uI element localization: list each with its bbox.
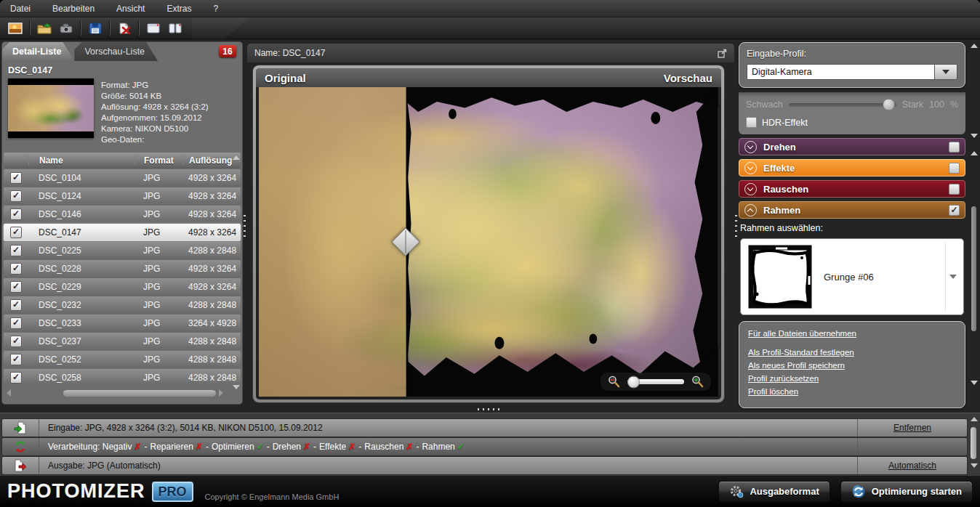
original-label: Original bbox=[265, 72, 306, 84]
section-checkbox[interactable] bbox=[949, 184, 960, 195]
reset-profile-link[interactable]: Profil zurücksetzen bbox=[748, 374, 956, 383]
tab-detail-liste[interactable]: Detail-Liste bbox=[2, 42, 74, 61]
right-scrollbar[interactable] bbox=[969, 42, 979, 404]
scroll-up-arrow-icon[interactable] bbox=[233, 155, 240, 160]
table-row[interactable]: ✓DSC_0258JPG4288 x 2848 bbox=[4, 369, 241, 386]
open-image-icon bbox=[8, 23, 23, 34]
vorschau-label: Vorschau bbox=[664, 72, 712, 84]
zoom-slider[interactable] bbox=[627, 379, 684, 384]
section-effekte[interactable]: Effekte bbox=[739, 159, 965, 177]
save-button[interactable] bbox=[84, 20, 106, 37]
section-drehen[interactable]: Drehen bbox=[739, 138, 965, 155]
row-checkbox[interactable]: ✓ bbox=[10, 336, 22, 347]
scroll-up-arrow-icon[interactable] bbox=[971, 417, 978, 421]
row-checkbox[interactable]: ✓ bbox=[10, 354, 22, 365]
input-profile-select[interactable]: Digital-Kamera bbox=[747, 64, 957, 80]
set-profile-default-link[interactable]: Als Profil-Standard festlegen bbox=[748, 348, 956, 357]
section-checkbox[interactable] bbox=[949, 142, 960, 153]
strength-slider-handle[interactable] bbox=[883, 99, 895, 111]
row-checkbox[interactable]: ✓ bbox=[10, 208, 22, 220]
table-row[interactable]: ✓DSC_0229JPG4928 x 3264 bbox=[4, 278, 241, 296]
column-header-name[interactable]: Name bbox=[28, 155, 134, 166]
scroll-up-arrow-icon[interactable] bbox=[971, 44, 978, 48]
scroll-up-arrow-icon[interactable] bbox=[971, 151, 978, 155]
popout-icon[interactable] bbox=[718, 49, 727, 58]
section-checkbox[interactable] bbox=[949, 163, 960, 174]
table-row[interactable]: ✓DSC_0237JPG4288 x 2848 bbox=[4, 333, 241, 350]
table-row[interactable]: ✓DSC_0104JPG4928 x 3264 bbox=[4, 169, 241, 187]
layout-split-button[interactable] bbox=[164, 20, 186, 37]
row-checkbox[interactable]: ✓ bbox=[10, 263, 22, 275]
layout-single-button[interactable] bbox=[142, 20, 164, 37]
menu-datei[interactable]: Datei bbox=[10, 4, 31, 14]
frame-selector[interactable]: Grunge #06 bbox=[740, 238, 964, 315]
save-new-profile-link[interactable]: Als neues Profil speichern bbox=[748, 361, 956, 370]
horizontal-scrollbar[interactable] bbox=[7, 389, 238, 397]
scroll-right-arrow-icon[interactable] bbox=[219, 389, 223, 397]
table-row[interactable]: ✓DSC_0228JPG4928 x 3264 bbox=[4, 260, 241, 277]
scroll-down-arrow-icon[interactable] bbox=[971, 463, 978, 468]
row-checkbox[interactable]: ✓ bbox=[10, 317, 22, 329]
strength-max-label: Stark bbox=[902, 100, 923, 110]
scrollbar-thumb[interactable] bbox=[971, 206, 976, 331]
table-row[interactable]: ✓DSC_0124JPG4928 x 3264 bbox=[4, 187, 241, 205]
optimierung-starten-button[interactable]: Optimierung starten bbox=[840, 481, 973, 503]
chevron-down-icon bbox=[744, 162, 757, 174]
remove-file-button[interactable] bbox=[113, 20, 135, 37]
dropdown-button[interactable] bbox=[934, 64, 957, 80]
delete-profile-link[interactable]: Profil löschen bbox=[748, 387, 956, 396]
table-row[interactable]: ✓DSC_0147JPG4928 x 3264 bbox=[4, 224, 241, 241]
row-checkbox[interactable]: ✓ bbox=[10, 172, 22, 184]
vertical-scrollbar[interactable] bbox=[232, 155, 241, 389]
row-checkbox[interactable]: ✓ bbox=[10, 299, 22, 311]
row-checkbox[interactable]: ✓ bbox=[10, 190, 22, 202]
copyright-text: Copyright © Engelmann Media GmbH bbox=[205, 492, 340, 507]
section-rauschen[interactable]: Rauschen bbox=[739, 180, 965, 198]
frame-dropdown-button[interactable] bbox=[945, 242, 960, 312]
add-folder-button[interactable] bbox=[33, 20, 55, 37]
table-row[interactable]: ✓DSC_0252JPG4288 x 2848 bbox=[4, 351, 241, 368]
panel-splitter[interactable] bbox=[244, 215, 246, 237]
ausgabeformat-button[interactable]: Ausgabeformat bbox=[718, 481, 830, 503]
tab-vorschau-liste[interactable]: Vorschau-Liste bbox=[74, 42, 158, 61]
panel-splitter[interactable] bbox=[735, 215, 737, 237]
scroll-down-arrow-icon[interactable] bbox=[971, 134, 978, 138]
row-checkbox[interactable]: ✓ bbox=[10, 372, 22, 384]
menu-extras[interactable]: Extras bbox=[166, 4, 191, 14]
row-checkbox[interactable]: ✓ bbox=[10, 227, 22, 238]
open-image-button[interactable] bbox=[4, 20, 26, 37]
strength-slider[interactable] bbox=[789, 103, 896, 107]
menu-bearbeiten[interactable]: Bearbeiten bbox=[52, 4, 95, 14]
hdr-checkbox[interactable] bbox=[746, 117, 757, 128]
status-row-input: Eingabe: JPG, 4928 x 3264 (3:2), 5014 KB… bbox=[2, 419, 967, 437]
zoom-in-icon[interactable] bbox=[691, 376, 704, 388]
table-row[interactable]: ✓DSC_0233JPG3264 x 4928 bbox=[4, 315, 241, 332]
section-checkbox[interactable]: ✓ bbox=[949, 205, 960, 216]
row-checkbox[interactable]: ✓ bbox=[10, 281, 22, 293]
acquire-source-icon bbox=[59, 23, 73, 34]
status-scrollbar[interactable] bbox=[969, 417, 978, 471]
acquire-source-button[interactable] bbox=[55, 20, 77, 37]
scroll-down-arrow-icon[interactable] bbox=[233, 385, 240, 389]
menu-hilfe[interactable]: ? bbox=[213, 4, 218, 14]
horizontal-splitter[interactable] bbox=[0, 406, 980, 412]
file-info: DSC_0147 Format: JPGGröße: 5014 KBAuflös… bbox=[2, 61, 242, 148]
zoom-slider-handle[interactable] bbox=[627, 376, 640, 388]
row-checkbox[interactable]: ✓ bbox=[10, 245, 22, 256]
scrollbar-thumb[interactable] bbox=[971, 427, 976, 459]
automatisch-link[interactable]: Automatisch bbox=[888, 461, 936, 471]
section-rahmen[interactable]: Rahmen ✓ bbox=[739, 201, 965, 219]
apply-all-files-link[interactable]: Für alle Dateien übernehmen bbox=[748, 329, 956, 338]
processing-icon bbox=[14, 440, 27, 453]
table-row[interactable]: ✓DSC_0146JPG4928 x 3264 bbox=[4, 206, 241, 223]
file-info-field: Größe: 5014 KB bbox=[101, 91, 209, 102]
table-row[interactable]: ✓DSC_0225JPG4288 x 2848 bbox=[4, 242, 241, 259]
scrollbar-thumb[interactable] bbox=[63, 390, 216, 397]
scroll-down-arrow-icon[interactable] bbox=[971, 381, 978, 385]
column-header-format[interactable]: Format bbox=[134, 155, 182, 166]
entfernen-link[interactable]: Entfernen bbox=[893, 423, 931, 433]
table-row[interactable]: ✓DSC_0232JPG4288 x 2848 bbox=[4, 296, 241, 314]
menu-ansicht[interactable]: Ansicht bbox=[116, 4, 145, 14]
scroll-left-arrow-icon[interactable] bbox=[7, 389, 11, 397]
zoom-out-icon[interactable] bbox=[608, 376, 620, 388]
